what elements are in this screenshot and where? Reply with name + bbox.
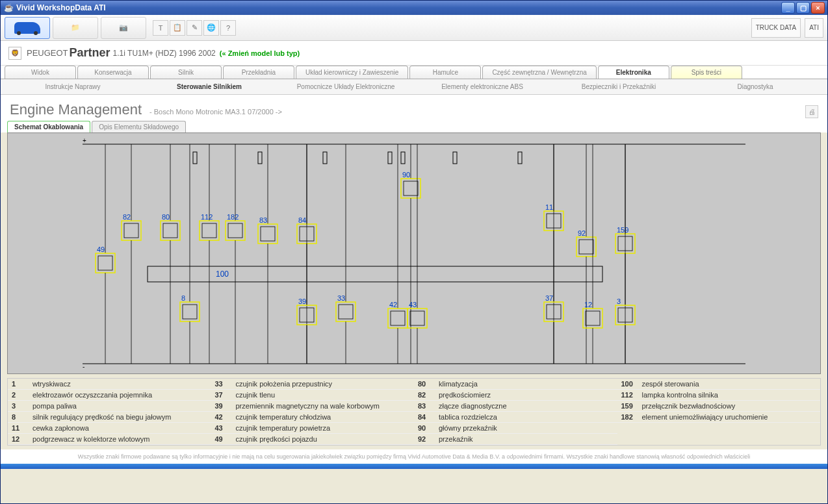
svg-text:33: 33 — [337, 294, 345, 302]
svg-text:83: 83 — [259, 216, 267, 224]
legend-row: 83złącze diagnostyczne — [414, 401, 617, 412]
vehicle-info-bar: 🦁 PEUGEOT Partner 1.1i TU1M+ (HDZ) 1996 … — [1, 41, 827, 66]
legend-text: elektrozawór oczyszczania pojemnika — [29, 390, 211, 400]
legend-text: czujnik temperatury powietrza — [232, 423, 415, 433]
legend-number: 92 — [414, 434, 435, 444]
main-tab-3[interactable]: Przekładnia — [223, 66, 294, 79]
ati-logo: ATI — [805, 18, 823, 38]
sub-tab-4[interactable]: Bezpieczniki i Przekaźniki — [550, 81, 687, 93]
main-tab-5[interactable]: Hamulce — [409, 66, 481, 79]
legend-row: 1wtryskiwacz — [8, 379, 211, 390]
vehicle-select-button[interactable] — [5, 17, 50, 39]
legend-number: 90 — [414, 423, 435, 433]
svg-text:39: 39 — [298, 297, 306, 305]
legend-number: 84 — [414, 412, 435, 422]
svg-text:49: 49 — [97, 246, 105, 253]
toolbar-button-3[interactable]: 📷 — [101, 17, 146, 39]
svg-text:80: 80 — [162, 213, 170, 221]
main-tab-4[interactable]: Układ kierowniczy i Zawieszenie — [296, 66, 408, 79]
legend-number: 43 — [211, 423, 232, 433]
main-tab-1[interactable]: Konserwacja — [77, 66, 149, 79]
legend-number: 82 — [414, 390, 435, 400]
legend-row: 3pompa paliwa — [8, 401, 211, 412]
legend-number: 159 — [617, 401, 638, 411]
footer-disclaimer: Wszystkie znaki firmowe podawane są tylk… — [1, 449, 827, 464]
legend-row: 82prędkościomierz — [414, 390, 617, 401]
legend-text: silnik regulujący prędkość na biegu jało… — [29, 412, 211, 422]
vehicle-engine: 1.1i TU1M+ (HDZ) 1996 2002 — [113, 49, 216, 58]
legend-number: 83 — [414, 401, 435, 411]
legend-text: zespół sterowania — [638, 379, 821, 389]
svg-text:37: 37 — [545, 294, 553, 302]
content-tabs: Schemat OkablowaniaOpis Elementu Składow… — [1, 121, 827, 132]
legend-text: czujnik położenia przepustnicy — [232, 379, 415, 389]
legend-text: przekaźnik — [435, 434, 617, 444]
legend-number: 1 — [8, 379, 29, 389]
legend-number: 42 — [211, 412, 232, 422]
legend-text: czujnik prędkości pojazdu — [232, 434, 415, 444]
section-header: Engine Management - Bosch Mono Motronic … — [1, 95, 827, 121]
diagram-container: + - 100 82801121828384901149839334243379… — [7, 132, 821, 374]
wiring-diagram[interactable]: + - 100 82801121828384901149839334243379… — [8, 133, 820, 373]
legend-row: 11cewka zapłonowa — [8, 423, 211, 434]
legend-text: pompa paliwa — [29, 401, 211, 411]
legend-text: główny przekaźnik — [435, 423, 617, 433]
titlebar: ☕ Vivid WorkshopData ATI _ ▢ × — [1, 1, 827, 15]
main-tab-8[interactable]: Spis treści — [671, 66, 742, 79]
os-taskbar — [1, 464, 827, 469]
legend-number: 33 — [211, 379, 232, 389]
main-tab-7[interactable]: Elektronika — [598, 66, 669, 79]
legend-row: 112lampka kontrolna silnika — [617, 390, 821, 401]
legend-number: 37 — [211, 390, 232, 400]
maximize-button[interactable]: ▢ — [796, 2, 810, 14]
close-button[interactable]: × — [811, 2, 825, 14]
legend-row: 80klimatyzacja — [414, 379, 617, 390]
tool-small-1[interactable]: T — [153, 20, 168, 36]
tool-small-5[interactable]: ? — [220, 20, 236, 36]
tool-small-3[interactable]: ✎ — [187, 20, 202, 36]
tool-small-4[interactable]: 🌐 — [203, 20, 219, 36]
legend-row: 49czujnik prędkości pojazdu — [211, 434, 415, 445]
legend-row: 182element uniemożliwiający uruchomienie — [617, 412, 821, 423]
app-icon: ☕ — [3, 3, 14, 13]
svg-text:182: 182 — [227, 213, 239, 221]
legend-text: lampka kontrolna silnika — [638, 390, 821, 400]
peugeot-logo-icon: 🦁 — [8, 47, 21, 60]
legend-row: 159przełącznik bezwładnościowy — [617, 401, 821, 412]
main-toolbar: 📁 📷 T 📋 ✎ 🌐 ? TRUCK DATA ATI — [1, 15, 827, 41]
sub-tab-5[interactable]: Diagnostyka — [687, 81, 823, 93]
legend-row: 43czujnik temperatury powietrza — [211, 423, 415, 434]
legend-number: 49 — [211, 434, 232, 444]
change-model-link[interactable]: (« Zmień model lub typ) — [220, 49, 300, 57]
legend-text: prędkościomierz — [435, 390, 617, 400]
legend-text: czujnik tlenu — [232, 390, 415, 400]
main-tab-6[interactable]: Część zewnętrzna / Wewnętrzna — [482, 66, 596, 79]
svg-text:42: 42 — [389, 301, 397, 309]
minimize-button[interactable]: _ — [781, 2, 795, 14]
tool-small-2[interactable]: 📋 — [170, 20, 185, 36]
legend-row: 84tablica rozdzielcza — [414, 412, 617, 423]
legend-number: 11 — [8, 423, 29, 433]
sub-tab-0[interactable]: Instrukcje Naprawy — [5, 81, 141, 93]
sub-tab-3[interactable]: Elementy elektroniczne ABS — [414, 81, 550, 93]
legend-row: 92przekaźnik — [414, 434, 617, 445]
toolbar-button-2[interactable]: 📁 — [53, 17, 98, 39]
legend-text: przemiennik magnetyczny na wale korbowym — [232, 401, 415, 411]
legend-row: 39przemiennik magnetyczny na wale korbow… — [211, 401, 415, 412]
svg-text:11: 11 — [545, 203, 553, 211]
inner-tab-1[interactable]: Opis Elementu Składowego — [92, 121, 186, 132]
main-tab-0[interactable]: Widok — [5, 66, 76, 79]
truckdata-logo: TRUCK DATA — [751, 18, 801, 38]
sub-tab-1[interactable]: Sterowanie Silnikiem — [141, 81, 278, 93]
legend-text: element uniemożliwiający uruchomienie — [638, 412, 821, 422]
main-tab-2[interactable]: Silnik — [150, 66, 222, 79]
inner-tab-0[interactable]: Schemat Okablowania — [7, 121, 90, 132]
sub-tab-2[interactable]: Pomocnicze Układy Elektroniczne — [278, 81, 414, 93]
print-button[interactable]: 🖨 — [805, 105, 818, 118]
legend-text: tablica rozdzielcza — [435, 412, 617, 422]
legend-text: złącze diagnostyczne — [435, 401, 617, 411]
legend-number: 80 — [414, 379, 435, 389]
legend-number: 8 — [8, 412, 29, 422]
legend-column: 33czujnik położenia przepustnicy37czujni… — [211, 379, 415, 445]
svg-text:84: 84 — [298, 216, 306, 224]
